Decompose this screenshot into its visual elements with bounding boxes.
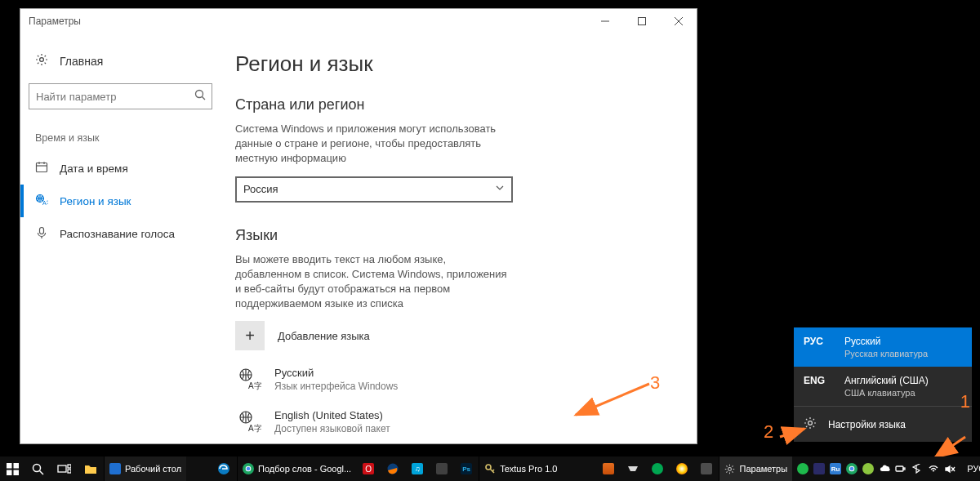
app-icon [436,463,448,474]
task-chrome[interactable]: Подбор слов - Googl... [237,457,356,481]
globe-language-icon: A字 [35,194,48,209]
task-icon-e[interactable] [694,457,719,481]
sidebar-home[interactable]: Главная [29,48,212,73]
folder-icon [84,464,97,474]
task-icon-d[interactable] [670,457,694,481]
wifi-icon[interactable] [928,464,939,474]
task-textus[interactable]: Textus Pro 1.0 [479,457,562,481]
task-icon-a[interactable] [596,457,621,481]
flyout-settings-label: Настройки языка [828,419,906,430]
bluetooth-icon[interactable] [911,464,923,474]
tray-icon[interactable] [797,463,808,474]
explorer-button[interactable] [78,457,104,481]
tray-icon[interactable] [862,463,874,474]
system-tray: Ru [792,463,960,474]
language-icon: A字 [235,365,263,393]
power-icon[interactable] [895,464,906,474]
window-title: Параметры [29,16,81,27]
flyout-item-rus[interactable]: РУС Русский Русская клавиатура [794,327,972,367]
sidebar-item-region-language[interactable]: A字 Регион и язык [29,185,212,217]
region-value: Россия [243,183,278,195]
svg-rect-24 [14,463,20,469]
svg-point-5 [196,91,203,98]
task-icon-b[interactable] [621,457,645,481]
key-icon [484,463,496,474]
add-language-button[interactable]: + Добавление языка [235,321,664,350]
task-label: Подбор слов - Googl... [258,464,351,474]
sidebar-item-label: Регион и язык [60,195,131,207]
window-controls [586,9,697,33]
svg-point-40 [728,467,732,470]
task-app2[interactable] [430,457,454,481]
svg-point-35 [247,467,251,471]
main-content: Регион и язык Страна или регион Система … [220,33,697,443]
svg-point-18 [808,421,813,425]
flyout-settings[interactable]: Настройки языка [794,407,972,442]
app-icon [603,463,614,474]
search-box[interactable] [29,83,212,109]
region-heading: Страна или регион [235,96,664,114]
volume-mute-icon[interactable] [944,464,956,474]
task-edge[interactable] [211,457,237,481]
flyout-name: Английский (США) [844,375,929,386]
taskbar-language[interactable]: РУС [960,457,980,481]
tray-icon[interactable]: Ru [830,463,841,474]
task-icon-c[interactable] [645,457,670,481]
photoshop-icon: Ps [461,463,472,474]
onedrive-icon[interactable] [879,464,890,474]
chrome-icon[interactable] [846,463,858,474]
task-app1[interactable]: ♫ [405,457,430,481]
svg-point-4 [40,58,44,62]
svg-rect-26 [14,470,20,475]
svg-rect-23 [7,463,12,469]
gear-icon [804,416,817,432]
maximize-button[interactable] [623,9,660,33]
calendar-icon [35,161,48,176]
desktop-icon [109,463,121,474]
svg-rect-44 [896,466,903,471]
task-desktop[interactable]: Рабочий стол [104,457,186,481]
close-button[interactable] [660,9,697,33]
sidebar-item-speech[interactable]: Распознавание голоса [29,217,212,250]
taskview-icon [57,464,71,474]
region-dropdown[interactable]: Россия [235,176,513,203]
svg-rect-7 [37,163,47,171]
flyout-code: ENG [804,375,830,398]
taskview-button[interactable] [51,457,78,481]
flyout-sub: США клавиатура [844,388,929,398]
flyout-item-eng[interactable]: ENG Английский (США) США клавиатура [794,367,972,406]
minimize-button[interactable] [586,9,623,33]
svg-point-27 [33,464,41,471]
task-settings[interactable]: Параметры [719,457,792,481]
app-icon [676,463,688,474]
search-input[interactable] [29,83,212,109]
svg-line-28 [40,470,44,474]
gear-icon [35,53,48,69]
windows-icon [7,463,19,475]
search-icon [32,463,44,475]
svg-rect-13 [40,227,44,234]
annotation-3: 3 [650,372,660,394]
sidebar: Главная Время и язык Дата и время A字 Ре [20,33,220,443]
languages-description: Вы можете вводить текст на любом языке, … [235,252,513,312]
firefox-icon [387,463,399,474]
language-name: English (United States) [274,409,390,421]
start-button[interactable] [0,457,25,481]
svg-line-6 [202,96,205,100]
titlebar: Параметры [20,9,697,33]
sidebar-item-date-time[interactable]: Дата и время [29,152,212,185]
task-label: Параметры [739,464,787,474]
language-item-russian[interactable]: A字 Русский Язык интерфейса Windows [235,365,664,393]
language-item-english[interactable]: A字 English (United States) Доступен язык… [235,408,664,435]
mic-icon [35,226,48,242]
task-ps[interactable]: Ps [454,457,479,481]
svg-rect-45 [903,468,905,470]
sidebar-item-label: Дата и время [60,163,128,175]
page-title: Регион и язык [235,51,664,77]
task-firefox[interactable] [381,457,405,481]
edge-icon [217,462,230,475]
tray-icon[interactable] [813,463,825,474]
taskbar: Рабочий стол Подбор слов - Googl... O ♫ … [0,457,980,481]
task-opera[interactable]: O [356,457,381,481]
search-button[interactable] [25,457,51,481]
